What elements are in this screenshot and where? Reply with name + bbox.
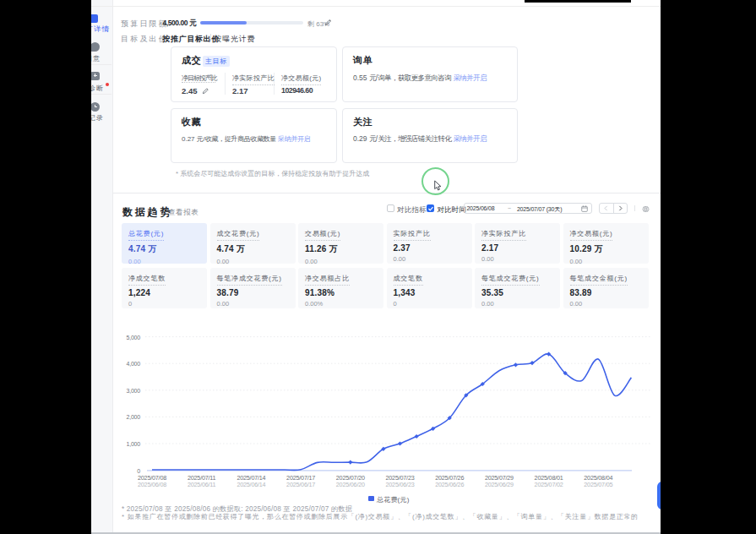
svg-text:2025/06/08: 2025/06/08 — [138, 481, 166, 488]
svg-text:2025/06/29: 2025/06/29 — [485, 481, 514, 488]
svg-text:3,000: 3,000 — [126, 388, 140, 394]
svg-text:2025/06/26: 2025/06/26 — [435, 481, 464, 488]
svg-text:2025/07/05: 2025/07/05 — [584, 481, 612, 488]
svg-text:1,000: 1,000 — [126, 441, 140, 447]
svg-text:2025/07/02: 2025/07/02 — [535, 481, 563, 488]
svg-text:2025/06/11: 2025/06/11 — [188, 481, 216, 488]
svg-text:2025/06/17: 2025/06/17 — [286, 481, 315, 488]
svg-text:4,000: 4,000 — [126, 361, 140, 367]
svg-text:2025/06/14: 2025/06/14 — [237, 481, 265, 488]
svg-text:2,000: 2,000 — [126, 414, 140, 420]
svg-text:0: 0 — [137, 468, 140, 474]
svg-text:2025/06/23: 2025/06/23 — [386, 481, 415, 488]
svg-text:2025/06/20: 2025/06/20 — [336, 481, 365, 488]
svg-text:5,000: 5,000 — [126, 335, 140, 341]
